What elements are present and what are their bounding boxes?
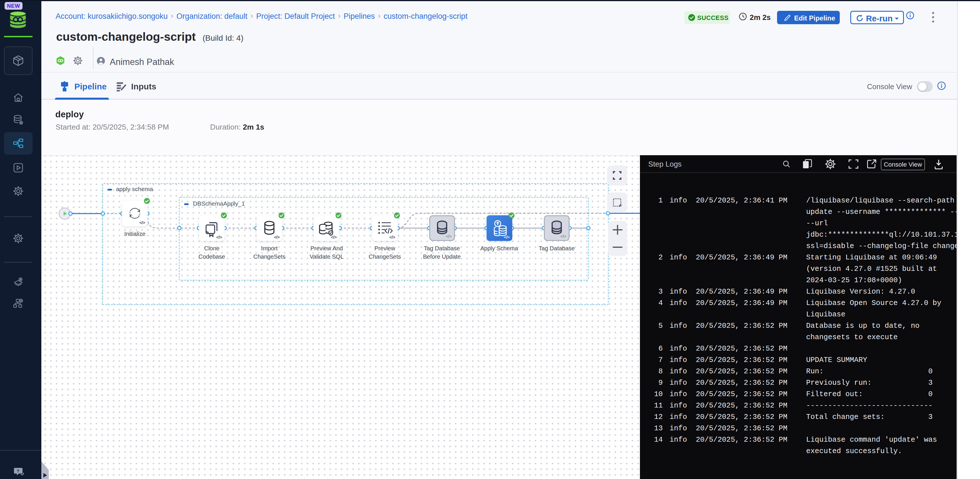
svg-text:?: ? — [16, 468, 19, 473]
